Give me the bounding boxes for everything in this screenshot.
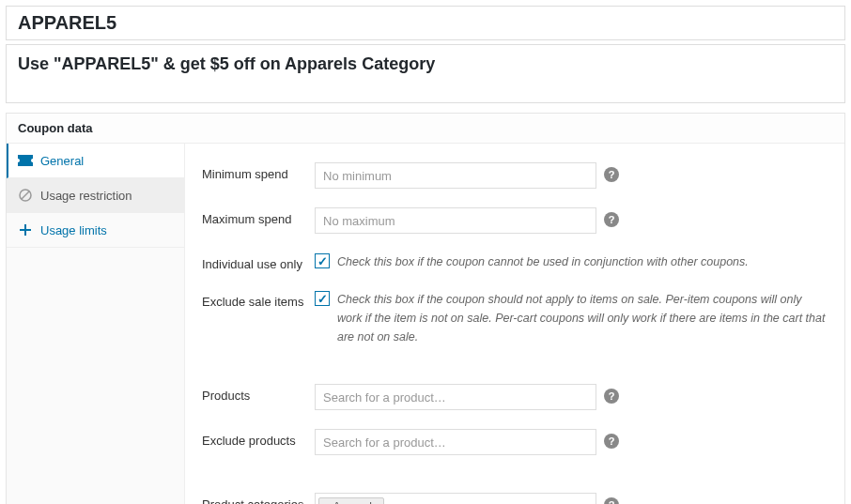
product-categories-select[interactable]: × Apparels: [315, 493, 596, 504]
label-products: Products: [202, 384, 315, 403]
label-minimum-spend: Minimum spend: [202, 162, 315, 181]
row-exclude-products: Exclude products ?: [202, 420, 828, 465]
help-icon[interactable]: ?: [604, 389, 619, 404]
tab-label: Usage restriction: [40, 189, 132, 203]
exclude-sale-checkbox[interactable]: ✓: [315, 291, 330, 306]
products-input[interactable]: [315, 384, 596, 410]
row-individual-use: Individual use only ✓ Check this box if …: [202, 243, 828, 281]
tab-general[interactable]: General: [7, 144, 184, 178]
exclude-sale-description: Check this box if the coupon should not …: [337, 290, 828, 346]
label-individual-use: Individual use only: [202, 252, 315, 271]
label-product-categories: Product categories: [202, 493, 315, 504]
row-product-categories: Product categories × Apparels ?: [202, 483, 828, 504]
coupon-data-panel: Coupon data General Usage restriction Us…: [6, 113, 845, 504]
individual-use-checkbox[interactable]: ✓: [315, 253, 330, 268]
coupon-description-container: Use "APPAREL5" & get $5 off on Apparels …: [6, 44, 845, 103]
row-maximum-spend: Maximum spend ?: [202, 198, 828, 243]
minimum-spend-input[interactable]: [315, 162, 596, 189]
tabs-sidebar: General Usage restriction Usage limits: [7, 144, 185, 504]
panel-header: Coupon data: [7, 114, 844, 144]
tab-usage-restriction[interactable]: Usage restriction: [7, 178, 184, 213]
row-exclude-sale: Exclude sale items ✓ Check this box if t…: [202, 281, 828, 356]
coupon-description: Use "APPAREL5" & get $5 off on Apparels …: [18, 54, 833, 74]
form-content: Minimum spend ? Maximum spend ? Individu…: [185, 144, 844, 504]
tab-label: Usage limits: [40, 223, 107, 237]
plus-icon: [18, 222, 33, 237]
row-products: Products ?: [202, 374, 828, 420]
coupon-code-container: APPAREL5: [6, 6, 845, 40]
ticket-icon: [18, 153, 33, 168]
svg-line-1: [22, 191, 29, 199]
panel-title: Coupon data: [18, 121, 833, 135]
label-exclude-sale: Exclude sale items: [202, 290, 315, 309]
individual-use-description: Check this box if the coupon cannot be u…: [337, 252, 749, 271]
help-icon[interactable]: ?: [604, 434, 619, 449]
tab-usage-limits[interactable]: Usage limits: [7, 213, 184, 248]
ban-icon: [18, 188, 33, 203]
help-icon[interactable]: ?: [604, 497, 619, 504]
label-maximum-spend: Maximum spend: [202, 207, 315, 226]
help-icon[interactable]: ?: [604, 167, 619, 182]
category-pill: × Apparels: [318, 497, 384, 504]
help-icon[interactable]: ?: [604, 212, 619, 227]
coupon-code-title: APPAREL5: [18, 12, 833, 34]
label-exclude-products: Exclude products: [202, 429, 315, 448]
maximum-spend-input[interactable]: [315, 207, 596, 234]
exclude-products-input[interactable]: [315, 429, 596, 455]
category-pill-label: Apparels: [333, 500, 377, 504]
row-minimum-spend: Minimum spend ?: [202, 153, 828, 198]
tab-label: General: [40, 154, 84, 168]
